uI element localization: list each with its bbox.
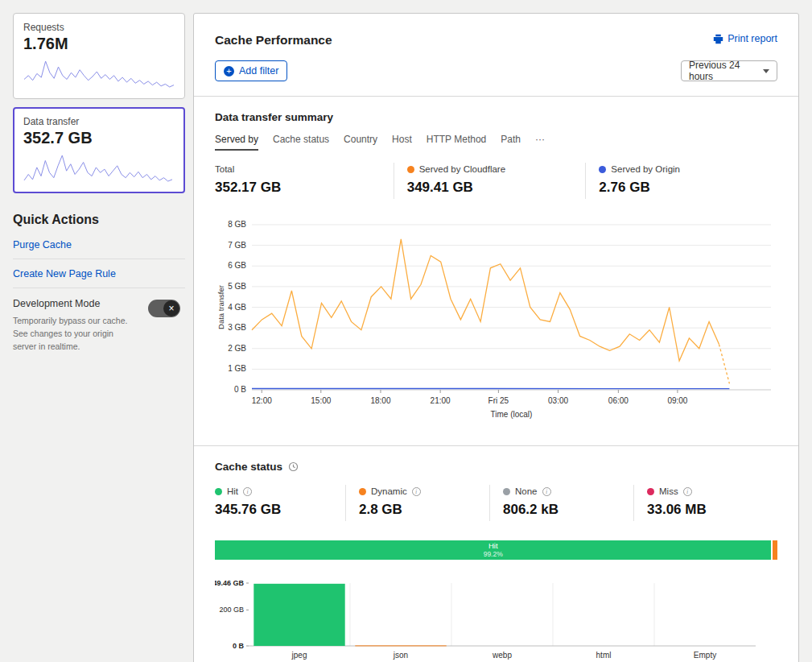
svg-text:Fri 25: Fri 25 (488, 396, 509, 405)
cache-status-title: Cache status (215, 461, 282, 473)
stat-miss-value: 33.06 MB (647, 502, 777, 518)
cache-performance-panel: Cache Performance Print report Add filte… (193, 13, 799, 662)
data-transfer-time-series-chart: 8 GB7 GB6 GB5 GB4 GB3 GB2 GB1 GB0 B12:00… (215, 218, 781, 421)
svg-text:21:00: 21:00 (431, 396, 451, 405)
development-mode-block: Development Mode Temporarily bypass our … (13, 288, 185, 353)
cache-status-stats: Hit 345.76 GB Dynamic 2.8 GB None (215, 485, 777, 521)
svg-text:18:00: 18:00 (370, 396, 390, 405)
svg-text:200 GB: 200 GB (219, 606, 244, 614)
stat-total-label: Total (215, 164, 234, 174)
svg-text:4 GB: 4 GB (228, 303, 246, 312)
data-transfer-summary-title: Data transfer summary (215, 111, 777, 123)
panel-header: Cache Performance Print report (194, 14, 798, 48)
tab-more[interactable]: ··· (535, 134, 545, 151)
svg-text:webp: webp (492, 651, 512, 660)
requests-label: Requests (23, 22, 175, 33)
svg-text:jpeg: jpeg (291, 651, 307, 660)
svg-text:json: json (393, 651, 408, 660)
data-transfer-chart-wrap: 8 GB7 GB6 GB5 GB4 GB3 GB2 GB1 GB0 B12:00… (215, 218, 777, 424)
print-report-button[interactable]: Print report (713, 33, 777, 44)
tab-host[interactable]: Host (392, 134, 412, 151)
svg-text:349.46 GB: 349.46 GB (215, 579, 244, 587)
add-filter-label: Add filter (239, 65, 278, 77)
printer-icon (713, 34, 723, 44)
svg-text:Data transfer: Data transfer (216, 285, 225, 329)
cache-status-section: Cache status Hit 345.76 GB Dynamic (194, 445, 798, 662)
miss-info-icon[interactable] (683, 487, 692, 496)
analytics-sidebar: Requests 1.76M Data transfer 352.7 GB Qu… (13, 13, 185, 353)
stat-dynamic[interactable]: Dynamic 2.8 GB (345, 485, 489, 521)
stat-origin-value: 2.76 GB (599, 180, 777, 196)
print-report-label: Print report (728, 33, 777, 44)
tab-served-by[interactable]: Served by (215, 134, 258, 151)
tab-country[interactable]: Country (344, 134, 377, 151)
stat-miss[interactable]: Miss 33.06 MB (633, 485, 777, 521)
segment-dynamic[interactable] (773, 540, 777, 560)
tab-cache-status[interactable]: Cache status (273, 134, 329, 151)
chevron-down-icon (763, 69, 769, 73)
segment-hit[interactable]: Hit99.2% (215, 540, 771, 560)
quick-actions-title: Quick Actions (13, 213, 185, 227)
stat-total[interactable]: Total 352.17 GB (215, 163, 394, 199)
development-mode-toggle[interactable] (148, 300, 180, 317)
stat-hit-value: 345.76 GB (215, 502, 345, 518)
stat-cloudflare-value: 349.41 GB (407, 180, 586, 196)
svg-text:html: html (596, 651, 612, 660)
time-range-select[interactable]: Previous 24 hours (681, 60, 777, 81)
stat-dynamic-label: Dynamic (371, 486, 407, 496)
tab-http-method[interactable]: HTTP Method (427, 134, 486, 151)
origin-legend-dot (599, 166, 606, 173)
clock-icon (288, 461, 299, 472)
data-transfer-card[interactable]: Data transfer 352.7 GB (13, 107, 185, 193)
svg-text:03:00: 03:00 (548, 396, 568, 405)
stat-none[interactable]: None 806.2 kB (489, 485, 633, 521)
stat-none-label: None (515, 486, 538, 496)
cloudflare-legend-dot (407, 166, 414, 173)
requests-card[interactable]: Requests 1.76M (13, 13, 185, 99)
plus-icon (224, 66, 234, 77)
data-transfer-summary-section: Data transfer summary Served by Cache st… (194, 96, 798, 445)
svg-text:6 GB: 6 GB (228, 261, 246, 270)
time-range-value: Previous 24 hours (689, 60, 763, 82)
content-type-chart-wrap: 349.46 GB200 GB0 BjpegjsonwebphtmlEmpty (215, 579, 777, 662)
svg-text:Time (local): Time (local) (491, 410, 533, 419)
none-info-icon[interactable] (542, 487, 551, 496)
svg-text:8 GB: 8 GB (228, 220, 246, 229)
create-page-rule-link[interactable]: Create New Page Rule (13, 259, 185, 288)
filter-row: Add filter Previous 24 hours (194, 48, 798, 96)
stat-origin-label: Served by Origin (611, 164, 680, 174)
svg-text:0 B: 0 B (233, 642, 245, 650)
toggle-off-icon (163, 300, 179, 317)
data-transfer-value: 352.7 GB (23, 129, 175, 147)
none-legend-dot (503, 488, 510, 495)
add-filter-button[interactable]: Add filter (215, 60, 287, 81)
svg-text:7 GB: 7 GB (228, 241, 246, 250)
stat-hit[interactable]: Hit 345.76 GB (215, 485, 345, 521)
svg-text:0 B: 0 B (234, 385, 246, 394)
cache-status-distribution-bar: Hit99.2% (215, 540, 777, 560)
svg-text:15:00: 15:00 (311, 396, 331, 405)
cache-status-by-content-type-chart: 349.46 GB200 GB0 BjpegjsonwebphtmlEmpty (215, 579, 781, 661)
hit-legend-dot (215, 488, 222, 495)
dynamic-legend-dot (359, 488, 366, 495)
stat-miss-label: Miss (659, 486, 678, 496)
dynamic-info-icon[interactable] (412, 487, 421, 496)
stat-total-value: 352.17 GB (215, 180, 394, 196)
data-transfer-stats: Total 352.17 GB Served by Cloudflare 349… (215, 163, 777, 199)
stat-dynamic-value: 2.8 GB (359, 502, 489, 518)
stat-served-by-cloudflare[interactable]: Served by Cloudflare 349.41 GB (394, 163, 586, 199)
stat-hit-label: Hit (227, 486, 238, 496)
svg-text:12:00: 12:00 (252, 396, 272, 405)
hit-info-icon[interactable] (243, 487, 252, 496)
purge-cache-link[interactable]: Purge Cache (13, 230, 185, 259)
svg-text:Empty: Empty (694, 651, 716, 660)
stat-none-value: 806.2 kB (503, 502, 633, 518)
svg-text:06:00: 06:00 (608, 396, 629, 405)
stat-cloudflare-label: Served by Cloudflare (419, 164, 505, 174)
svg-text:5 GB: 5 GB (228, 282, 246, 291)
stat-served-by-origin[interactable]: Served by Origin 2.76 GB (585, 163, 777, 199)
tab-path[interactable]: Path (501, 134, 521, 151)
svg-text:09:00: 09:00 (667, 396, 687, 405)
requests-sparkline-chart (23, 56, 175, 90)
data-transfer-label: Data transfer (23, 116, 175, 127)
